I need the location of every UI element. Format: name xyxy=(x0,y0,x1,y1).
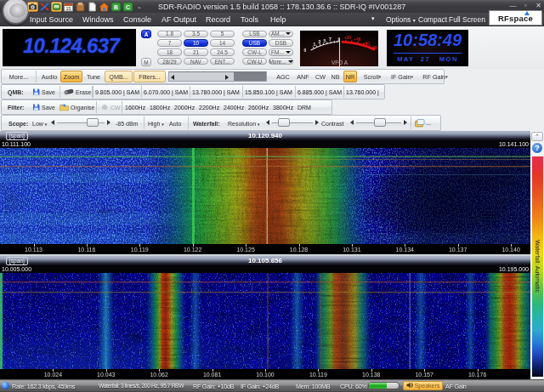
svg-text:+60: +60 xyxy=(363,42,370,46)
svg-text:7: 7 xyxy=(329,37,332,42)
svg-text:15: 15 xyxy=(66,5,71,10)
svg-text:1: 1 xyxy=(314,42,316,47)
svg-text:+40: +40 xyxy=(354,37,361,42)
svg-text:+20: +20 xyxy=(344,36,351,40)
svg-text:B: B xyxy=(114,4,118,10)
svg-text:C: C xyxy=(126,4,130,10)
svg-text:0: 0 xyxy=(304,48,307,53)
svg-text:VFO A: VFO A xyxy=(332,60,348,65)
svg-text:5: 5 xyxy=(324,38,326,43)
svg-text:3: 3 xyxy=(319,39,321,44)
svg-text:9: 9 xyxy=(338,37,341,42)
svg-text:dB: dB xyxy=(372,46,378,50)
